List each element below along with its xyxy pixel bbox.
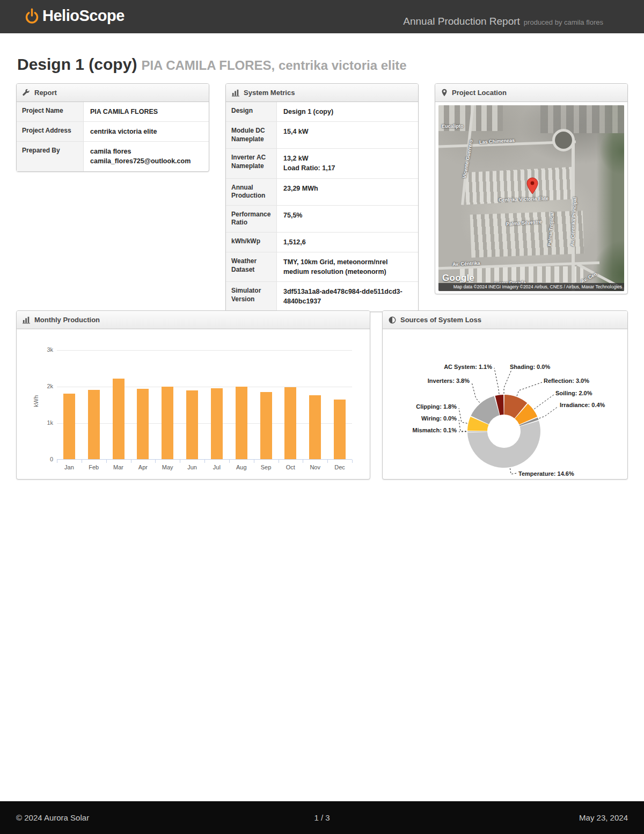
x-axis-category-label: Oct <box>278 464 303 470</box>
bar-jun <box>186 390 198 460</box>
row-label: Module DC Nameplate <box>226 122 277 148</box>
x-axis-category-label: Nov <box>303 464 327 470</box>
row-label: Prepared By <box>17 142 84 171</box>
table-row: Weather DatasetTMY, 10km Grid, meteonorm… <box>226 252 418 282</box>
system-loss-title: Sources of System Loss <box>400 316 481 324</box>
row-value: 75,5% <box>277 206 418 232</box>
google-logo: Google <box>442 273 474 284</box>
donut-leader-line <box>459 420 466 431</box>
table-row: Annual Production23,29 MWh <box>226 179 418 206</box>
row-label: Annual Production <box>226 179 277 205</box>
system-loss-panel: Sources of System Loss Shading: 0.0%Refl… <box>382 310 628 480</box>
donut-leader-line <box>534 395 554 409</box>
x-axis-category-label: Mar <box>106 464 131 470</box>
x-axis-tick <box>352 460 353 463</box>
x-axis-tick <box>131 460 131 463</box>
bar-slot: Sep <box>254 350 279 460</box>
map-street-label: Eucalipto <box>442 124 464 129</box>
donut-leader-line <box>494 368 499 394</box>
project-location-header: Project Location <box>435 84 627 102</box>
x-axis-tick <box>303 460 303 463</box>
donut-segment-mismatch <box>467 431 487 432</box>
report-page: HelioScope Annual Production Report prod… <box>0 0 644 834</box>
report-panel-title: Report <box>34 89 57 97</box>
monthly-production-header: Monthly Production <box>17 311 370 329</box>
system-metrics-title: System Metrics <box>244 89 295 97</box>
page-title: Design 1 (copy)PIA CAMILA FLORES, centri… <box>17 55 407 74</box>
row-value: centrika victoria elite <box>84 122 209 141</box>
bar-slot: Nov <box>303 350 327 460</box>
satellite-map[interactable]: EucaliptoVicente GuerreroLas ChimeneasCe… <box>438 105 624 291</box>
project-location-title: Project Location <box>452 89 507 97</box>
table-row: DesignDesign 1 (copy) <box>226 102 418 122</box>
donut-leader-line <box>459 408 467 423</box>
x-axis-tick <box>106 460 107 463</box>
map-pin-icon[interactable] <box>526 177 539 197</box>
row-value: camila florescamila_flores725@outlook.co… <box>84 142 209 171</box>
bar-may <box>162 387 173 460</box>
donut-leader-line <box>472 382 480 403</box>
x-axis-tick <box>57 460 57 463</box>
report-panel: Report Project NamePIA CAMILA FLORESProj… <box>16 83 209 172</box>
map-roundabout <box>552 129 575 151</box>
bar-slot: Apr <box>130 350 155 460</box>
bar-sep <box>260 392 272 460</box>
x-axis-tick <box>180 460 180 463</box>
bar-slot: May <box>155 350 180 460</box>
map-attribution: Map data ©2024 INEGI Imagery ©2024 Airbu… <box>438 283 624 291</box>
row-value: 3df513a1a8-ade478c984-dde511dcd3-4840bc1… <box>277 282 418 311</box>
monthly-production-panel: Monthly Production 3k2k1k0kWhJanFebMarAp… <box>16 310 370 480</box>
row-label: Design <box>226 102 277 121</box>
x-axis-category-label: Jul <box>204 464 229 470</box>
system-metrics-panel: System Metrics DesignDesign 1 (copy)Modu… <box>225 83 419 312</box>
bar-slot: Aug <box>229 350 254 460</box>
system-loss-chart: Shading: 0.0%Reflection: 3.0%Soiling: 2.… <box>383 329 627 479</box>
project-location-panel: Project Location <box>435 83 628 294</box>
footer-page-number: 1 / 3 <box>0 813 644 822</box>
x-axis-category-label: Apr <box>130 464 155 470</box>
bar-feb <box>88 390 100 460</box>
x-axis-category-label: Jun <box>180 464 204 470</box>
table-row: Simulator Version3df513a1a8-ade478c984-d… <box>226 282 418 311</box>
monthly-production-title: Monthly Production <box>34 316 100 324</box>
row-label: Project Address <box>17 122 84 141</box>
table-row: Project Addresscentrika victoria elite <box>17 122 209 142</box>
bar-aug <box>236 387 247 460</box>
x-axis-tick <box>279 460 279 463</box>
map-pin-header-icon <box>441 89 448 97</box>
row-label: Simulator Version <box>226 282 277 311</box>
produced-by: produced by camila flores <box>524 18 603 27</box>
bar-chart-icon <box>232 89 239 97</box>
table-row: Performance Ratio75,5% <box>226 206 418 233</box>
report-panel-header: Report <box>17 84 209 102</box>
bar-slot: Dec <box>327 350 352 460</box>
bar-apr <box>137 389 149 460</box>
footer-date: May 23, 2024 <box>579 813 628 822</box>
brand-name: HelioScope <box>42 7 125 25</box>
y-axis-tick-label: 1k <box>36 419 53 426</box>
row-label: kWh/kWp <box>226 233 277 252</box>
x-axis-tick <box>229 460 230 463</box>
table-row: Inverter AC Nameplate13,2 kWLoad Ratio: … <box>226 149 418 178</box>
table-row: Prepared Bycamila florescamila_flores725… <box>17 142 209 171</box>
donut-leader-line <box>504 370 511 394</box>
row-value: 1,512,6 <box>277 233 418 252</box>
row-value: PIA CAMILA FLORES <box>84 102 209 121</box>
bar-jul <box>211 388 223 460</box>
x-axis-tick <box>254 460 254 463</box>
bar-dec <box>334 400 346 460</box>
helioscope-logo: HelioScope <box>25 7 125 25</box>
x-axis-category-label: Dec <box>327 464 352 470</box>
bar-jan <box>63 394 75 460</box>
table-row: Module DC Nameplate15,4 kW <box>226 122 418 149</box>
row-value: 13,2 kWLoad Ratio: 1,17 <box>277 149 418 178</box>
row-label: Weather Dataset <box>226 252 277 281</box>
x-axis-category-label: May <box>155 464 180 470</box>
half-circle-icon <box>389 316 396 324</box>
table-row: kWh/kWp1,512,6 <box>226 233 418 252</box>
system-metrics-header: System Metrics <box>226 84 418 102</box>
x-axis-tick <box>204 460 205 463</box>
x-axis-category-label: Feb <box>82 464 106 470</box>
system-loss-header: Sources of System Loss <box>383 311 627 329</box>
bar-chart-icon <box>23 316 30 324</box>
